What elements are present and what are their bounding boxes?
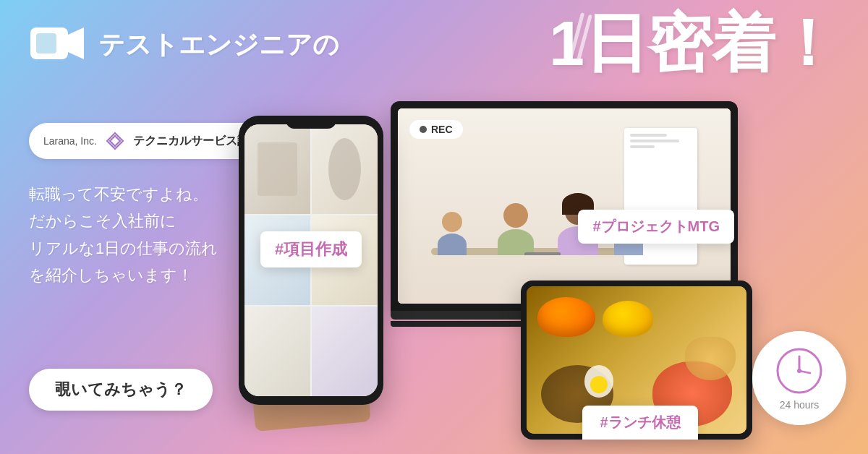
svg-point-6: [797, 369, 801, 373]
rec-badge: REC: [409, 120, 463, 139]
clock-icon: [774, 346, 825, 396]
hashtag-koumoku-badge: #項目作成: [260, 231, 362, 267]
phone-notch: [286, 116, 336, 129]
company-badge: Larana, Inc. テクニカルサービス課: [29, 123, 263, 159]
phone-photo-5: [244, 307, 310, 396]
hours-label: 24 hours: [780, 399, 819, 411]
company-dept: テクニカルサービス課: [133, 134, 249, 149]
description-text: 転職って不安ですよね。 だからこそ入社前に リアルな1日の仕事の流れ を紹介しち…: [29, 181, 218, 289]
phone-photo-6: [312, 307, 378, 396]
company-logo-icon: [104, 130, 126, 152]
video-camera-icon: [29, 22, 87, 68]
banner: テストエンジニアの 1日密着！ Larana, Inc. テクニカルサービス課 …: [0, 0, 868, 454]
phone-photo-1: [244, 124, 310, 214]
rec-dot-icon: [420, 126, 427, 133]
main-title: 1日密着！: [549, 12, 839, 75]
clock-circle: 24 hours: [752, 331, 846, 425]
header-area: テストエンジニアの: [29, 22, 339, 68]
cta-button[interactable]: 覗いてみちゃう？: [29, 369, 213, 411]
hashtag-mtg-badge: #プロジェクトMTG: [578, 210, 734, 244]
hashtag-lunch-badge: #ランチ休憩: [582, 406, 697, 440]
hashtag-lunch-container: #ランチ休憩: [524, 406, 756, 440]
svg-marker-1: [68, 27, 84, 59]
svg-rect-2: [36, 33, 56, 53]
header-prefix: テストエンジニアの: [98, 27, 339, 63]
phone-photo-2: [312, 124, 378, 214]
rec-label: REC: [431, 124, 453, 135]
meeting-scene: REC: [398, 108, 731, 304]
company-name: Larana, Inc.: [43, 135, 97, 147]
